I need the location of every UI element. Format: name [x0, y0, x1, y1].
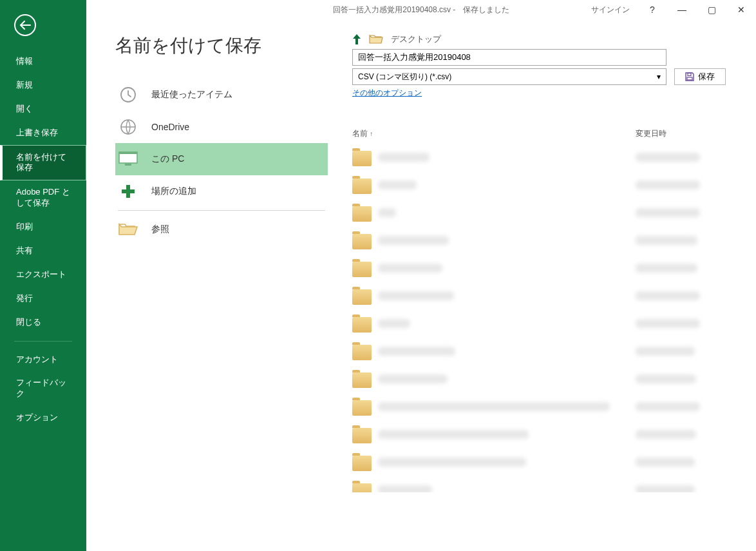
nav-info[interactable]: 情報 [0, 50, 86, 73]
file-date-cell [636, 319, 713, 331]
file-row[interactable] [352, 477, 744, 492]
nav-account[interactable]: アカウント [0, 348, 86, 372]
close-button[interactable]: ✕ [726, 0, 756, 19]
filetype-dropdown[interactable]: CSV (コンマ区切り) (*.csv) ▾ [352, 68, 666, 85]
file-row[interactable] [352, 338, 744, 366]
file-row[interactable] [352, 311, 744, 338]
back-button[interactable] [0, 0, 86, 50]
nav-publish[interactable]: 発行 [0, 287, 86, 311]
file-date-cell [636, 485, 713, 493]
file-row[interactable] [352, 227, 744, 255]
redacted-name [378, 430, 529, 439]
redacted-name [378, 236, 449, 245]
file-row[interactable] [352, 394, 744, 421]
redacted-name [378, 374, 448, 383]
more-options-link[interactable]: その他のオプション [352, 88, 744, 99]
file-date-cell [636, 264, 713, 275]
svg-rect-8 [687, 77, 692, 80]
file-row[interactable] [352, 366, 744, 394]
maximize-button[interactable]: ▢ [697, 0, 726, 19]
svg-rect-7 [688, 73, 691, 76]
nav-share[interactable]: 共有 [0, 239, 86, 263]
svg-rect-6 [122, 189, 135, 193]
nav-new[interactable]: 新規 [0, 73, 86, 97]
file-name-cell [378, 458, 636, 469]
breadcrumb-row: デスクトップ [352, 34, 744, 45]
redacted-date [636, 458, 695, 467]
nav-save[interactable]: 上書き保存 [0, 121, 86, 145]
file-list[interactable] [352, 144, 744, 492]
location-label: 参照 [151, 224, 169, 235]
file-row[interactable] [352, 421, 744, 449]
save-button[interactable]: 保存 [674, 68, 726, 85]
main-area: 回答一括入力感覚用20190408.csv - 保存しました サインイン ? —… [86, 0, 756, 551]
file-name-cell [378, 236, 636, 247]
location-browse[interactable]: 参照 [115, 213, 328, 246]
svg-rect-4 [125, 164, 131, 166]
folder-open-icon [118, 219, 138, 240]
back-arrow-icon [14, 14, 36, 36]
nav-export[interactable]: エクスポート [0, 263, 86, 287]
nav-adobe-pdf[interactable]: Adobe PDF として保存 [0, 180, 86, 215]
breadcrumb-label[interactable]: デスクトップ [391, 34, 441, 45]
loc-divider [118, 210, 325, 211]
nav-divider [14, 341, 72, 342]
folder-icon [352, 372, 372, 388]
file-row[interactable] [352, 449, 744, 477]
folder-icon [352, 456, 372, 471]
folder-icon [352, 428, 372, 443]
minimize-button[interactable]: — [667, 0, 697, 19]
file-date-cell [636, 180, 713, 192]
file-row[interactable] [352, 200, 744, 227]
file-name-cell [378, 291, 636, 303]
nav-feedback[interactable]: フィードバック [0, 371, 86, 406]
redacted-date [636, 402, 700, 411]
help-button[interactable]: ? [638, 0, 667, 19]
filename-input[interactable] [352, 49, 666, 66]
globe-icon [118, 117, 138, 137]
signin-link[interactable]: サインイン [591, 5, 630, 15]
titlebar: 回答一括入力感覚用20190408.csv - 保存しました サインイン ? —… [86, 0, 756, 19]
location-label: 場所の追加 [151, 186, 196, 197]
col-date-header[interactable]: 変更日時 [636, 128, 744, 139]
up-one-level-icon[interactable] [352, 34, 361, 45]
file-row[interactable] [352, 283, 744, 311]
redacted-date [636, 264, 697, 273]
location-label: 最近使ったアイテム [151, 89, 232, 101]
location-add-place[interactable]: 場所の追加 [115, 175, 328, 208]
file-name-cell [378, 430, 636, 441]
file-name-cell [378, 347, 636, 358]
redacted-name [378, 153, 430, 162]
col-name-header[interactable]: 名前 ↑ [352, 128, 636, 139]
file-name-cell [378, 264, 636, 275]
file-date-cell [636, 153, 713, 164]
file-row[interactable] [352, 255, 744, 283]
nav-open[interactable]: 開く [0, 97, 86, 121]
redacted-date [636, 208, 700, 217]
folder-icon [352, 400, 372, 416]
folder-icon [352, 179, 372, 194]
nav-save-as[interactable]: 名前を付けて保存 [0, 145, 86, 181]
file-date-cell [636, 347, 713, 358]
redacted-date [636, 430, 696, 439]
redacted-date [636, 485, 695, 493]
svg-rect-3 [119, 152, 137, 154]
file-row[interactable] [352, 172, 744, 200]
title-sep: - [451, 5, 458, 14]
file-date-cell [636, 374, 713, 386]
file-row[interactable] [352, 144, 744, 172]
redacted-date [636, 153, 700, 162]
location-this-pc[interactable]: この PC [115, 143, 328, 175]
redacted-name [378, 264, 442, 273]
nav-close[interactable]: 閉じる [0, 311, 86, 334]
location-onedrive[interactable]: OneDrive [115, 111, 328, 143]
nav-options[interactable]: オプション [0, 406, 86, 430]
file-date-cell [636, 208, 713, 220]
file-date-cell [636, 236, 713, 247]
location-label: OneDrive [151, 122, 189, 132]
folder-icon [352, 345, 372, 360]
nav-print[interactable]: 印刷 [0, 215, 86, 239]
file-name-cell [378, 153, 636, 164]
redacted-name [378, 402, 610, 411]
location-recent[interactable]: 最近使ったアイテム [115, 79, 328, 111]
